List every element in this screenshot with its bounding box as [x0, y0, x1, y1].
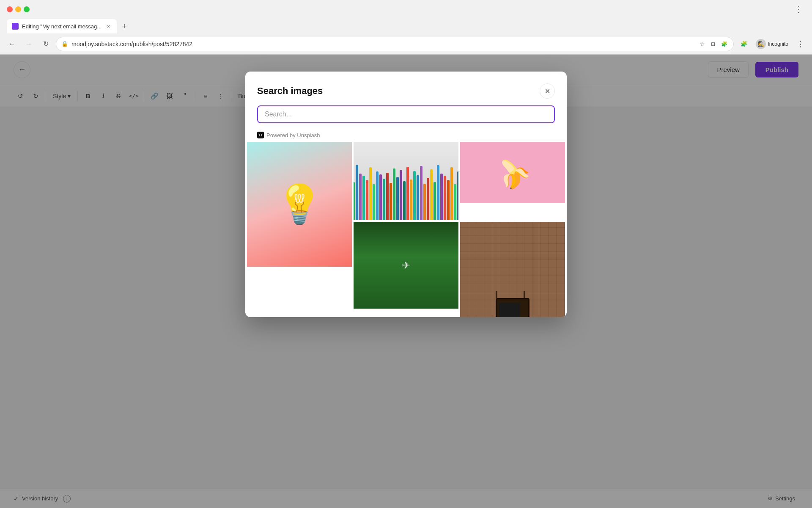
- window-close-button[interactable]: [7, 6, 13, 12]
- forest-plane-art: ✈: [402, 260, 410, 271]
- pencil: [359, 174, 362, 220]
- image-cell-tv[interactable]: [460, 222, 565, 317]
- close-icon: ✕: [545, 87, 550, 95]
- reload-button[interactable]: ↻: [39, 37, 52, 51]
- back-nav-button[interactable]: ←: [5, 37, 19, 51]
- tv-leg-right: [524, 291, 525, 298]
- modal-overlay: Search images ✕ U Powered by Unsplash: [0, 55, 812, 508]
- bookmark-icon[interactable]: ☆: [698, 40, 706, 48]
- modal-search-area: [245, 105, 567, 128]
- tab-title: Editing "My next email messag...: [22, 23, 102, 30]
- tab-close-button[interactable]: ✕: [105, 23, 112, 30]
- new-tab-button[interactable]: +: [118, 20, 130, 32]
- pencil: [354, 182, 355, 220]
- url-input[interactable]: [71, 41, 694, 47]
- image-cell-banana[interactable]: 🍌: [460, 142, 565, 203]
- pencil: [423, 184, 426, 220]
- pencil: [427, 178, 429, 220]
- pencil: [393, 168, 395, 220]
- pencil: [454, 184, 456, 220]
- browser-chrome: ⋮ Editing "My next email messag... ✕ + ←…: [0, 0, 812, 55]
- browser-title-bar: ⋮: [0, 0, 812, 19]
- extension-icon[interactable]: 🧩: [720, 40, 728, 48]
- incognito-label: Incognito: [768, 41, 788, 47]
- pencil: [390, 183, 392, 220]
- pencil: [420, 166, 422, 220]
- browser-nav-bar: ← → ↻ 🔒 ☆ ⊡ 🧩 🧩 🕵 Incognito ⋮: [0, 34, 812, 54]
- pencil: [376, 171, 379, 220]
- search-input-wrapper: [257, 105, 555, 123]
- window-maximize-button[interactable]: [24, 6, 30, 12]
- image-grid: 💡 🍌 ✈: [245, 142, 567, 317]
- pencil: [383, 179, 385, 220]
- lightbulb-hand-art: 💡: [276, 182, 323, 226]
- pencil: [386, 173, 389, 220]
- pencil: [396, 177, 399, 220]
- pencil: [369, 167, 372, 220]
- pencil: [447, 180, 450, 220]
- screen-share-icon[interactable]: ⊡: [709, 40, 717, 48]
- address-icons: ☆ ⊡ 🧩: [698, 40, 728, 48]
- pencil: [373, 184, 375, 220]
- tv-legs: [496, 291, 525, 298]
- tab-favicon: [12, 23, 19, 30]
- extensions-button[interactable]: 🧩: [737, 37, 751, 51]
- tv-wrapper: [496, 291, 529, 317]
- pencil: [433, 182, 436, 220]
- pencil: [417, 175, 419, 220]
- lightbulb-art: 💡: [276, 182, 323, 226]
- pencil: [356, 165, 358, 220]
- unsplash-icon: U: [257, 132, 264, 138]
- modal-title: Search images: [257, 86, 323, 97]
- pencil: [410, 179, 412, 220]
- incognito-avatar: 🕵: [756, 39, 766, 49]
- modal-close-button[interactable]: ✕: [540, 83, 555, 99]
- pencils-art: [354, 165, 458, 220]
- pencil: [379, 174, 382, 220]
- incognito-badge[interactable]: 🕵 Incognito: [752, 37, 792, 51]
- pencil: [406, 167, 409, 220]
- lock-icon: 🔒: [61, 41, 68, 47]
- pencil: [362, 176, 365, 220]
- window-minimize-button[interactable]: [15, 6, 21, 12]
- modal-header: Search images ✕: [245, 72, 567, 105]
- image-cell-forest[interactable]: ✈: [354, 222, 458, 309]
- chrome-more-button[interactable]: ⋮: [793, 37, 807, 51]
- pencil: [403, 181, 406, 220]
- browser-extra-buttons: 🧩 🕵 Incognito ⋮: [737, 37, 807, 51]
- powered-by-text: Powered by Unsplash: [266, 132, 320, 138]
- pencil: [437, 165, 439, 220]
- powered-by-label: U Powered by Unsplash: [245, 128, 567, 142]
- pencil: [366, 180, 368, 220]
- chrome-menu-button[interactable]: ⋮: [792, 3, 805, 16]
- pencil: [413, 171, 416, 220]
- active-tab[interactable]: Editing "My next email messag... ✕: [7, 19, 117, 33]
- banana-art: 🍌: [490, 150, 535, 195]
- pencil: [444, 176, 446, 220]
- pencil: [457, 171, 458, 220]
- forward-nav-button[interactable]: →: [22, 37, 36, 51]
- pencil: [430, 169, 433, 220]
- tv-leg-left: [496, 291, 497, 298]
- pencil: [440, 174, 443, 220]
- pencil: [450, 167, 453, 220]
- window-controls: [7, 6, 30, 12]
- pencil: [400, 170, 402, 220]
- search-input[interactable]: [265, 110, 547, 118]
- image-cell-pencils[interactable]: [354, 142, 458, 220]
- address-bar[interactable]: 🔒 ☆ ⊡ 🧩: [56, 37, 734, 51]
- tab-bar: Editing "My next email messag... ✕ +: [0, 19, 812, 34]
- tv-body: [496, 298, 529, 317]
- image-cell-lightbulb[interactable]: 💡: [247, 142, 352, 267]
- editor-page: ← Preview Publish ↺ ↻ Style ▾ B I S </> …: [0, 55, 812, 508]
- search-images-modal: Search images ✕ U Powered by Unsplash: [245, 72, 567, 317]
- tv-screen: [499, 303, 520, 317]
